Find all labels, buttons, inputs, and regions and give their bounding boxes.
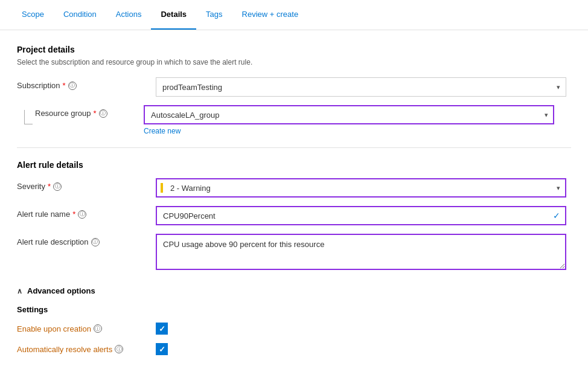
page-content: Project details Select the subscription … xyxy=(0,30,588,378)
alert-rule-name-input[interactable] xyxy=(156,206,566,225)
project-details-subtitle: Select the subscription and resource gro… xyxy=(17,58,571,66)
tab-condition[interactable]: Condition xyxy=(54,0,106,30)
alert-rule-desc-textarea[interactable]: CPU usage above 90 percent for this reso… xyxy=(156,234,566,270)
subscription-control-wrap: prodTeamTesting ▾ xyxy=(156,77,566,97)
alert-rule-name-info-icon[interactable]: ⓘ xyxy=(78,210,86,219)
resource-group-control-wrap: AutoscaleLA_group ▾ Create new xyxy=(144,105,554,135)
tab-details[interactable]: Details xyxy=(151,0,196,30)
enable-upon-creation-check-icon: ✓ xyxy=(159,324,165,333)
alert-rule-desc-info-icon[interactable]: ⓘ xyxy=(91,238,100,246)
create-new-link[interactable]: Create new xyxy=(144,127,181,135)
severity-required-star: * xyxy=(48,182,51,191)
subscription-row: Subscription * ⓘ prodTeamTesting ▾ xyxy=(17,77,571,97)
subscription-label: Subscription * ⓘ xyxy=(17,77,156,90)
alert-rule-name-input-wrap: ✓ xyxy=(156,206,566,225)
resource-group-select-wrapper: AutoscaleLA_group ▾ xyxy=(144,105,554,124)
alert-rule-name-label: Alert rule name * ⓘ xyxy=(17,206,156,219)
tab-review-create[interactable]: Review + create xyxy=(232,0,308,30)
tab-tags[interactable]: Tags xyxy=(196,0,232,30)
enable-upon-creation-row: Enable upon creation ⓘ ✓ xyxy=(17,323,571,335)
advanced-options-toggle[interactable]: ∧ Advanced options xyxy=(17,286,571,295)
subscription-select[interactable]: prodTeamTesting xyxy=(156,77,566,97)
resource-group-info-icon[interactable]: ⓘ xyxy=(99,109,107,118)
auto-resolve-label: Automatically resolve alerts ⓘ xyxy=(17,345,156,354)
tab-actions[interactable]: Actions xyxy=(106,0,152,30)
alert-rule-details-title: Alert rule details xyxy=(17,160,571,170)
severity-info-icon[interactable]: ⓘ xyxy=(53,182,62,191)
settings-title: Settings xyxy=(17,305,571,314)
alert-rule-desc-label: Alert rule description ⓘ xyxy=(17,234,156,246)
tab-scope[interactable]: Scope xyxy=(12,0,54,30)
alert-rule-name-control-wrap: ✓ xyxy=(156,206,566,225)
collapse-icon: ∧ xyxy=(17,287,22,295)
divider-1 xyxy=(17,147,571,148)
enable-upon-creation-label: Enable upon creation ⓘ xyxy=(17,324,156,333)
severity-label: Severity * ⓘ xyxy=(17,178,156,191)
alert-rule-name-row: Alert rule name * ⓘ ✓ xyxy=(17,206,571,225)
wizard-nav: Scope Condition Actions Details Tags Rev… xyxy=(0,0,588,30)
auto-resolve-checkbox-wrap: ✓ xyxy=(156,343,168,355)
required-star: * xyxy=(63,81,66,90)
severity-row: Severity * ⓘ 2 - Warning ▾ xyxy=(17,178,571,198)
severity-select-wrapper: 2 - Warning ▾ xyxy=(156,178,566,198)
alert-rule-desc-row: Alert rule description ⓘ CPU usage above… xyxy=(17,234,571,272)
resource-group-outer: Resource group * ⓘ AutoscaleLA_group ▾ C… xyxy=(17,105,571,135)
resource-group-select[interactable]: AutoscaleLA_group xyxy=(144,105,554,124)
advanced-options-section: ∧ Advanced options Settings Enable upon … xyxy=(17,286,571,355)
alert-rule-desc-control-wrap: CPU usage above 90 percent for this reso… xyxy=(156,234,566,272)
subscription-info-icon[interactable]: ⓘ xyxy=(68,82,77,90)
alert-rule-name-checkmark-icon: ✓ xyxy=(553,211,560,220)
auto-resolve-row: Automatically resolve alerts ⓘ ✓ xyxy=(17,343,571,355)
enable-upon-creation-checkbox[interactable]: ✓ xyxy=(156,323,168,335)
severity-select[interactable]: 2 - Warning xyxy=(156,178,566,198)
auto-resolve-info-icon[interactable]: ⓘ xyxy=(115,345,123,353)
project-details-title: Project details xyxy=(17,45,571,54)
resource-required-star: * xyxy=(94,109,97,118)
severity-control-wrap: 2 - Warning ▾ xyxy=(156,178,566,198)
name-required-star: * xyxy=(72,210,75,219)
auto-resolve-checkbox[interactable]: ✓ xyxy=(156,343,168,355)
enable-upon-creation-info-icon[interactable]: ⓘ xyxy=(94,324,102,333)
auto-resolve-check-icon: ✓ xyxy=(159,345,165,354)
enable-upon-creation-checkbox-wrap: ✓ xyxy=(156,323,168,335)
advanced-options-title: Advanced options xyxy=(27,286,95,295)
subscription-select-wrapper: prodTeamTesting ▾ xyxy=(156,77,566,97)
